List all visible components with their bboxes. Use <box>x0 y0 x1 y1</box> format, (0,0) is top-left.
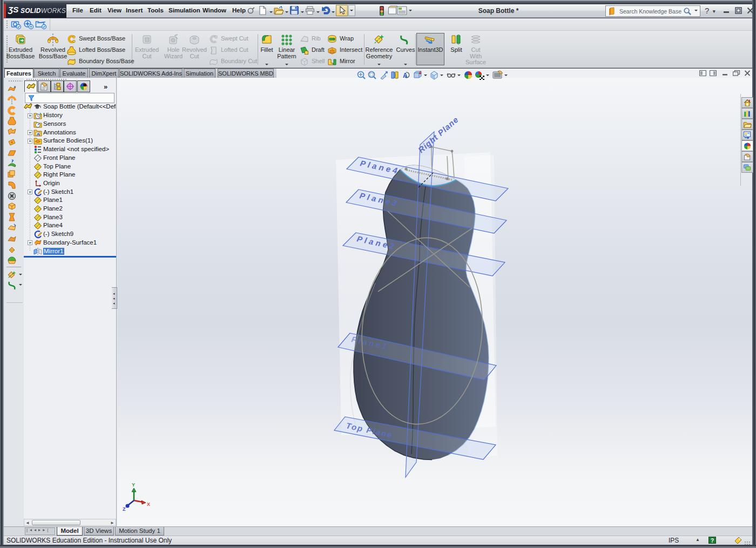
svg-text:A: A <box>403 72 408 79</box>
svg-text:A: A <box>37 131 40 136</box>
